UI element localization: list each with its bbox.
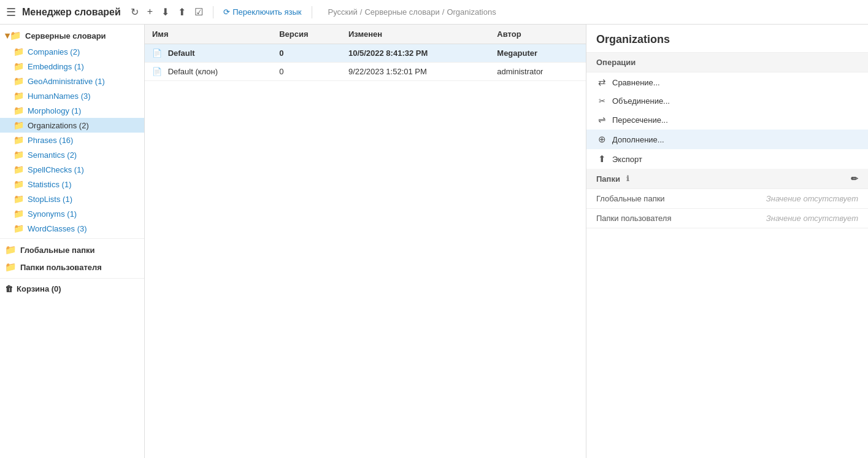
row1-version: 0 — [272, 44, 341, 63]
op-union-label: Объединение... — [612, 96, 670, 106]
translate-icon: ⟳ — [223, 7, 230, 17]
breadcrumb-sep1: / — [360, 7, 363, 17]
checkmark-icon[interactable]: ☑ — [194, 6, 203, 18]
sidebar-item-spellchecks-label: SpellChecks (1) — [28, 165, 84, 174]
global-folders-label: Глобальные папки — [596, 194, 665, 203]
folder-icon-synonyms: 📁 — [13, 209, 24, 219]
breadcrumb-sep2: / — [442, 7, 445, 17]
sidebar-item-statistics[interactable]: 📁 Statistics (1) — [0, 177, 144, 192]
download-icon[interactable]: ⬇ — [161, 6, 169, 18]
sidebar-item-semantics-label: Semantics (2) — [28, 150, 77, 160]
folder-icon-morphology: 📁 — [13, 106, 24, 115]
sidebar-item-phrases-label: Phrases (16) — [28, 136, 73, 145]
op-intersection-label: Пересечение... — [612, 115, 668, 125]
sidebar-item-wordclasses-label: WordClasses (3) — [28, 224, 87, 233]
sidebar-trash[interactable]: 🗑 Корзина (0) — [0, 281, 144, 297]
row2-changed-text: 9/22/2023 1:52:01 PM — [348, 67, 427, 76]
sidebar-item-statistics-label: Statistics (1) — [28, 180, 72, 189]
menu-icon[interactable]: ☰ — [6, 6, 16, 19]
op-compare[interactable]: ⇄ Сравнение... — [586, 72, 868, 92]
row1-changed: 10/5/2022 8:41:32 PM — [341, 44, 490, 63]
row1-file-icon: 📄 — [152, 49, 162, 58]
folders-header-label: Папки — [596, 174, 620, 184]
op-union[interactable]: ✂ Объединение... — [586, 92, 868, 110]
op-complement[interactable]: ⊕ Дополнение... — [586, 130, 868, 149]
right-panel-title: Organizations — [586, 25, 868, 53]
col-author: Автор — [490, 25, 586, 44]
row1-author-text: Megaputer — [497, 49, 537, 58]
breadcrumb: Русский / Серверные словари / Organizati… — [328, 7, 496, 17]
sidebar-global-folders[interactable]: 📁 Глобальные папки — [0, 241, 144, 258]
global-folders-row: Глобальные папки Значение отсутствует — [586, 189, 868, 209]
row2-name: 📄 Default (клон) — [145, 63, 272, 81]
op-compare-label: Сравнение... — [612, 78, 660, 87]
sidebar-item-synonyms[interactable]: 📁 Synonyms (1) — [0, 206, 144, 221]
refresh-icon[interactable]: ↻ — [131, 6, 139, 18]
export-icon: ⬆ — [596, 153, 607, 165]
row1-version-text: 0 — [279, 49, 283, 58]
sidebar-section-label: Серверные словари — [25, 31, 106, 41]
folder-icon-global: 📁 — [5, 244, 17, 255]
op-export[interactable]: ⬆ Экспорт — [586, 149, 868, 169]
breadcrumb-russian[interactable]: Русский — [328, 7, 358, 17]
table-row[interactable]: 📄 Default 0 10/5/2022 8:41:32 PM Megaput… — [145, 44, 586, 63]
folders-header: Папки ℹ ✏ — [586, 169, 868, 189]
sidebar-item-semantics[interactable]: 📁 Semantics (2) — [0, 147, 144, 162]
row1-name: 📄 Default — [145, 44, 272, 63]
row2-changed: 9/22/2023 1:52:01 PM — [341, 63, 490, 81]
col-changed: Изменен — [341, 25, 490, 44]
user-folders-row: Папки пользователя Значение отсутствует — [586, 209, 868, 228]
separator2 — [312, 6, 312, 18]
dictionaries-table: Имя Версия Изменен Автор 📄 Default 0 — [145, 25, 586, 81]
info-icon: ℹ — [626, 174, 629, 183]
folder-icon-spellchecks: 📁 — [13, 165, 24, 174]
op-intersection[interactable]: ⇌ Пересечение... — [586, 110, 868, 130]
right-panel: Organizations Операции ⇄ Сравнение... ✂ … — [586, 25, 868, 458]
user-folders-label: Папки пользователя — [20, 263, 102, 272]
upload-icon[interactable]: ⬆ — [178, 6, 186, 18]
sidebar-item-embeddings[interactable]: 📁 Embeddings (1) — [0, 59, 144, 74]
user-folders-label: Папки пользователя — [596, 214, 672, 223]
folder-icon-geo: 📁 — [13, 76, 24, 86]
trash-label: Корзина (0) — [17, 284, 61, 293]
sidebar-item-companies[interactable]: 📁 Companies (2) — [0, 44, 144, 59]
sidebar-item-synonyms-label: Synonyms (1) — [28, 209, 77, 219]
row2-name-text: Default (клон) — [168, 67, 218, 76]
row2-version-text: 0 — [279, 67, 283, 76]
row2-version: 0 — [272, 63, 341, 81]
sidebar-item-geoadministrative[interactable]: 📁 GeoAdministrative (1) — [0, 74, 144, 88]
sidebar-item-stoplists[interactable]: 📁 StopLists (1) — [0, 192, 144, 206]
switch-language-button[interactable]: ⟳ Переключить язык — [223, 7, 301, 17]
add-icon[interactable]: + — [147, 6, 153, 18]
sidebar-divider1 — [0, 238, 144, 239]
row2-author: administrator — [490, 63, 586, 81]
sidebar-section-server-dicts[interactable]: ▾📁 Серверные словари — [0, 27, 144, 44]
sidebar-item-wordclasses[interactable]: 📁 WordClasses (3) — [0, 221, 144, 236]
table-row[interactable]: 📄 Default (клон) 0 9/22/2023 1:52:01 PM … — [145, 63, 586, 81]
separator — [213, 6, 213, 18]
main-layout: ▾📁 Серверные словари 📁 Companies (2) 📁 E… — [0, 25, 868, 458]
folder-icon-humannames: 📁 — [13, 91, 24, 101]
row2-file-icon: 📄 — [152, 67, 162, 76]
sidebar-item-phrases[interactable]: 📁 Phrases (16) — [0, 133, 144, 147]
op-complement-label: Дополнение... — [612, 135, 664, 144]
folder-icon-wordclasses: 📁 — [13, 223, 24, 233]
breadcrumb-server-dicts[interactable]: Серверные словари — [364, 7, 439, 17]
breadcrumb-current: Organizations — [447, 7, 496, 17]
sidebar-item-morphology-label: Morphology (1) — [28, 106, 81, 115]
sidebar-item-organizations[interactable]: 📁 Organizations (2) — [0, 118, 144, 133]
folders-edit-icon[interactable]: ✏ — [851, 174, 858, 184]
folder-icon-organizations: 📁 — [13, 120, 24, 130]
compare-icon: ⇄ — [596, 77, 607, 88]
toolbar-icons: ↻ + ⬇ ⬆ ☑ — [131, 6, 203, 18]
sidebar-item-humannames-label: HumanNames (3) — [28, 91, 91, 101]
sidebar-divider2 — [0, 278, 144, 279]
folder-icon-embeddings: 📁 — [13, 61, 24, 71]
global-folders-value: Значение отсутствует — [766, 194, 858, 203]
col-version: Версия — [272, 25, 341, 44]
sidebar-item-spellchecks[interactable]: 📁 SpellChecks (1) — [0, 162, 144, 177]
sidebar-user-folders[interactable]: 📁 Папки пользователя — [0, 258, 144, 276]
sidebar-item-humannames[interactable]: 📁 HumanNames (3) — [0, 88, 144, 103]
sidebar-item-morphology[interactable]: 📁 Morphology (1) — [0, 103, 144, 118]
section-folder-icon: ▾📁 — [5, 30, 21, 41]
